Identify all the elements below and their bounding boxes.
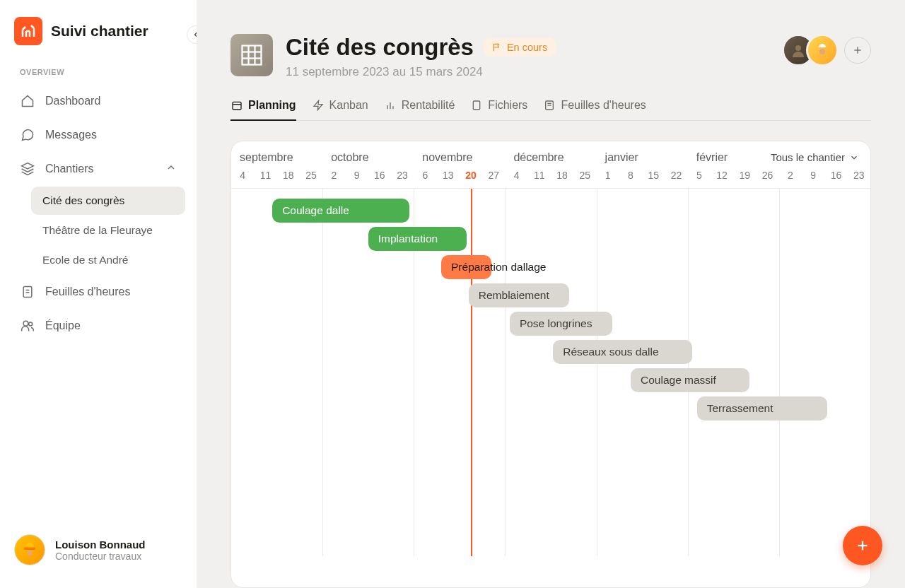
- users-icon: [20, 318, 35, 334]
- svg-marker-0: [22, 163, 34, 169]
- home-icon: [20, 93, 35, 109]
- day-label: 12: [711, 170, 733, 181]
- day-label: 26: [756, 170, 778, 181]
- svg-point-5: [29, 322, 33, 326]
- day-label: 11: [254, 170, 276, 181]
- day-label: 27: [482, 170, 505, 181]
- month-label: novembre: [414, 151, 505, 167]
- day-label: 22: [665, 170, 687, 181]
- day-label: 15: [642, 170, 665, 181]
- gantt-task-bar[interactable]: Préparation dallage: [441, 255, 491, 279]
- chevron-up-icon: [165, 162, 177, 176]
- svg-rect-23: [474, 101, 480, 110]
- tabs: Planning Kanban Rentabilité Fichiers Feu…: [230, 99, 871, 121]
- day-label: 19: [733, 170, 756, 181]
- day-label: 4: [231, 170, 254, 181]
- day-label: 11: [528, 170, 551, 181]
- day-label: 16: [824, 170, 847, 181]
- day-label: 16: [368, 170, 391, 181]
- gantt-task-bar[interactable]: Remblaiement: [469, 283, 569, 307]
- month-label: septembre: [231, 151, 322, 167]
- day-label: 13: [437, 170, 460, 181]
- gantt-task-bar[interactable]: Coulage dalle: [272, 199, 409, 223]
- chat-icon: [20, 127, 35, 143]
- project-dates: 11 septembre 2023 au 15 mars 2024: [286, 65, 769, 79]
- tab-kanban[interactable]: Kanban: [312, 99, 368, 120]
- tab-fichiers[interactable]: Fichiers: [470, 99, 527, 120]
- day-label: 9: [345, 170, 368, 181]
- day-label: 6: [414, 170, 436, 181]
- gantt-task-bar[interactable]: Pose longrines: [510, 312, 612, 336]
- day-label: 5: [688, 170, 711, 181]
- today-indicator: [471, 189, 472, 556]
- status-badge: En cours: [484, 38, 556, 57]
- svg-point-7: [28, 551, 33, 555]
- app-logo: [14, 17, 42, 45]
- bars-icon: [384, 99, 397, 112]
- svg-rect-17: [233, 102, 241, 110]
- day-label: 1: [597, 170, 619, 181]
- day-label: 23: [391, 170, 414, 181]
- month-label: octobre: [322, 151, 414, 167]
- member-avatar: [806, 34, 839, 66]
- day-label: 2: [322, 170, 345, 181]
- svg-marker-19: [314, 100, 322, 110]
- day-label: 2: [779, 170, 802, 181]
- clipboard-icon: [20, 284, 35, 300]
- day-label: 23: [848, 170, 870, 181]
- user-avatar: [14, 534, 45, 565]
- sidebar-subitem-chantier[interactable]: Ecole de st André: [31, 246, 185, 274]
- svg-rect-6: [24, 548, 35, 551]
- user-footer[interactable]: Louison Bonnaud Conducteur travaux: [11, 529, 185, 571]
- gantt-chart: Tous le chantier septembreoctobrenovembr…: [230, 141, 871, 588]
- svg-rect-8: [243, 46, 262, 65]
- tab-feuilles[interactable]: Feuilles d'heures: [543, 99, 646, 120]
- day-label: 25: [573, 170, 596, 181]
- day-label: 18: [277, 170, 300, 181]
- sidebar-subitem-chantier[interactable]: Cité des congrès: [31, 187, 185, 215]
- project-title: Cité des congrès: [286, 34, 474, 61]
- tab-planning[interactable]: Planning: [230, 99, 296, 120]
- flag-icon: [492, 42, 502, 52]
- gantt-task-bar[interactable]: Coulage massif: [631, 368, 749, 392]
- avatar-stack[interactable]: [782, 34, 839, 66]
- calendar-icon: [230, 99, 243, 112]
- chevron-down-icon: [849, 153, 859, 163]
- sidebar-item-messages[interactable]: Messages: [11, 119, 185, 151]
- file-icon: [470, 99, 483, 112]
- sidebar-item-feuilles[interactable]: Feuilles d'heures: [11, 276, 185, 308]
- sidebar-item-dashboard[interactable]: Dashboard: [11, 85, 185, 117]
- day-label: 4: [505, 170, 527, 181]
- day-label: 9: [802, 170, 824, 181]
- gantt-task-bar[interactable]: Réseaux sous dalle: [553, 340, 692, 364]
- fab-add-button[interactable]: [843, 526, 882, 565]
- gantt-filter-dropdown[interactable]: Tous le chantier: [771, 151, 859, 163]
- gantt-task-bar[interactable]: Implantation: [368, 227, 467, 251]
- user-name: Louison Bonnaud: [55, 539, 145, 551]
- sidebar-item-chantiers[interactable]: Chantiers: [11, 153, 185, 185]
- svg-point-14: [819, 49, 825, 54]
- day-label: 20: [460, 170, 482, 181]
- month-label: janvier: [597, 151, 688, 167]
- day-label: 18: [551, 170, 573, 181]
- svg-rect-1: [23, 287, 32, 298]
- sidebar-subitem-chantier[interactable]: Théâtre de la Fleuraye: [31, 216, 185, 245]
- sidebar-item-equipe[interactable]: Équipe: [11, 310, 185, 342]
- bolt-icon: [312, 99, 325, 112]
- add-member-button[interactable]: [844, 37, 871, 64]
- sidebar: Suivi chantier OVERVIEW Dashboard Messag…: [0, 0, 197, 588]
- day-label: 8: [619, 170, 642, 181]
- user-role: Conducteur travaux: [55, 551, 145, 562]
- sheet-icon: [543, 99, 556, 112]
- main-content: Cité des congrès En cours 11 septembre 2…: [197, 0, 905, 588]
- month-label: décembre: [505, 151, 596, 167]
- gantt-task-bar[interactable]: Terrassement: [697, 396, 827, 421]
- svg-point-13: [795, 45, 801, 51]
- day-label: 25: [300, 170, 322, 181]
- section-label: OVERVIEW: [20, 68, 177, 76]
- layers-icon: [20, 161, 35, 177]
- project-thumbnail: [230, 34, 273, 76]
- app-title: Suivi chantier: [51, 23, 148, 40]
- tab-rentabilite[interactable]: Rentabilité: [384, 99, 455, 120]
- svg-point-4: [23, 321, 28, 326]
